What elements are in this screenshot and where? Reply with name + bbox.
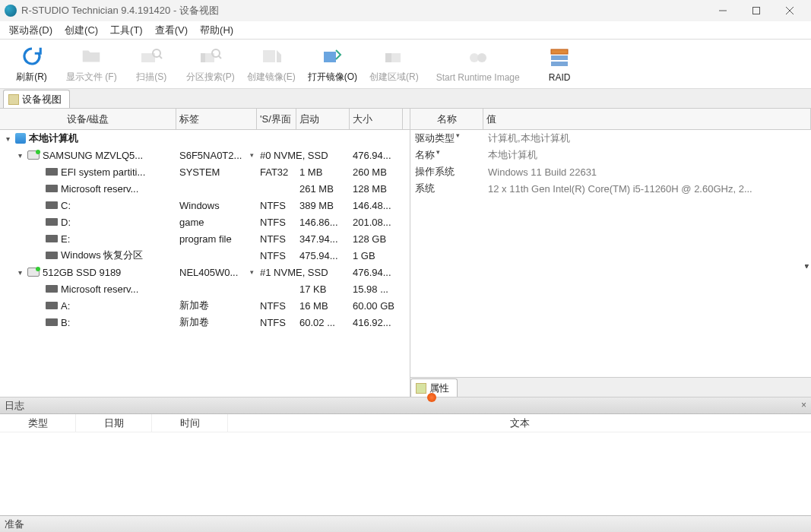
- close-button[interactable]: [773, 0, 806, 21]
- device-view-tab-icon: [8, 94, 19, 105]
- col-prop-value[interactable]: 值: [483, 109, 811, 129]
- tree-partition[interactable]: Microsoft reserv...▾ 17 KB 15.98 ...: [0, 280, 410, 297]
- partition-search-icon: [198, 44, 223, 68]
- volume-icon: [46, 201, 58, 209]
- svg-rect-13: [551, 55, 568, 60]
- disk-icon: [27, 268, 40, 277]
- menu-drive[interactable]: 驱动器(D): [3, 22, 59, 39]
- property-row[interactable]: 操作系统 Windows 11 Build 22631: [410, 163, 811, 180]
- tree-partition[interactable]: Microsoft reserv...▾ 261 MB 128 MB: [0, 180, 410, 197]
- properties-tab-strip: 属性: [410, 377, 811, 397]
- svg-rect-6: [263, 50, 275, 62]
- tree-partition[interactable]: A:▾ 新加卷 NTFS 16 MB 60.00 GB: [0, 297, 410, 314]
- tab-label: 设备视图: [22, 93, 62, 106]
- log-col-date[interactable]: 日期: [76, 414, 152, 432]
- toolbar: 刷新(R) 显示文件 (F) 扫描(S) 分区搜索(P) 创建镜像(E) 打开镜…: [0, 40, 811, 89]
- tree-partition[interactable]: EFI system partiti...▾ SYSTEM FAT32 1 MB…: [0, 163, 410, 180]
- refresh-button[interactable]: 刷新(R): [3, 43, 60, 85]
- log-col-text[interactable]: 文本: [228, 414, 811, 432]
- properties-panel: 名称 值 驱动类型▾ 计算机,本地计算机 名称▾ 本地计算机 操作系统 Wind…: [410, 109, 811, 397]
- col-start[interactable]: 启动: [296, 109, 350, 129]
- svg-rect-7: [324, 52, 336, 62]
- create-region-button[interactable]: 创建区域(R): [363, 43, 425, 85]
- computer-icon: [15, 133, 26, 144]
- svg-rect-12: [551, 49, 568, 54]
- start-runtime-image-button[interactable]: Start Runtime Image: [425, 44, 531, 84]
- status-bar: 准备: [0, 515, 811, 532]
- col-device[interactable]: 设备/磁盘: [0, 109, 176, 129]
- runtime-icon: [466, 46, 490, 70]
- log-panel: 日志 × 类型 日期 时间 文本: [0, 397, 811, 511]
- open-image-icon: [320, 44, 344, 68]
- open-image-button[interactable]: 打开镜像(O): [302, 43, 363, 85]
- create-image-button[interactable]: 创建镜像(E): [241, 43, 302, 85]
- tab-device-view[interactable]: 设备视图: [3, 90, 70, 108]
- volume-icon: [46, 185, 58, 192]
- tree-disk[interactable]: ▾SAMSUNG MZVLQ5... S6F5NA0T2...▾ #0 NVME…: [0, 147, 410, 163]
- minimize-button[interactable]: [706, 0, 740, 21]
- log-col-time[interactable]: 时间: [152, 414, 228, 432]
- expand-icon[interactable]: ▾: [15, 268, 24, 277]
- dropdown-icon[interactable]: ▾: [456, 131, 460, 139]
- app-icon: [5, 5, 17, 17]
- log-body[interactable]: [0, 432, 811, 511]
- menu-create[interactable]: 创建(C): [59, 22, 104, 39]
- tree-partition[interactable]: C:▾ Windows NTFS 389 MB 146.48...: [0, 197, 410, 214]
- col-iface[interactable]: 'S/界面: [257, 109, 296, 129]
- property-row[interactable]: 名称▾ 本地计算机: [410, 147, 811, 163]
- properties-tab-icon: [416, 383, 426, 394]
- create-image-icon: [259, 44, 284, 68]
- property-row[interactable]: 驱动类型▾ 计算机,本地计算机: [410, 130, 811, 147]
- tree-partition[interactable]: D:▾ game NTFS 146.86... 201.08...: [0, 214, 410, 230]
- folder-icon: [79, 44, 103, 68]
- show-files-button[interactable]: 显示文件 (F): [60, 43, 123, 85]
- tree-partition[interactable]: E:▾ program file NTFS 347.94... 128 GB: [0, 230, 410, 247]
- svg-point-11: [477, 53, 486, 62]
- device-tree-panel: 设备/磁盘 标签 'S/界面 启动 大小 ▾本地计算机 ▾SAMSUNG MZV…: [0, 109, 410, 397]
- menu-bar: 驱动器(D) 创建(C) 工具(T) 查看(V) 帮助(H): [0, 21, 811, 40]
- disk-icon: [27, 150, 40, 160]
- scan-icon: [139, 44, 163, 68]
- device-grid-header: 设备/磁盘 标签 'S/界面 启动 大小: [0, 109, 410, 130]
- expand-icon[interactable]: ▾: [15, 151, 24, 160]
- col-label[interactable]: 标签: [176, 109, 257, 129]
- tree-root[interactable]: ▾本地计算机: [0, 130, 410, 147]
- col-prop-name[interactable]: 名称: [410, 109, 483, 129]
- log-col-type[interactable]: 类型: [0, 414, 76, 432]
- close-log-button[interactable]: ×: [801, 400, 806, 410]
- tree-partition[interactable]: B:▾ 新加卷 NTFS 60.02 ... 416.92...: [0, 314, 410, 331]
- col-size[interactable]: 大小: [350, 109, 403, 129]
- create-region-icon: [382, 44, 406, 68]
- volume-icon: [46, 235, 58, 242]
- window-title: R-STUDIO Technician 9.4.191420 - 设备视图: [21, 4, 219, 17]
- dropdown-icon[interactable]: ▾: [436, 148, 440, 156]
- raid-button[interactable]: RAID: [531, 44, 588, 84]
- svg-rect-9: [385, 53, 391, 62]
- raid-icon: [547, 46, 572, 70]
- dropdown-icon[interactable]: ▾: [250, 268, 254, 276]
- refresh-icon: [20, 44, 44, 68]
- volume-icon: [46, 252, 58, 259]
- volume-icon: [46, 302, 58, 309]
- properties-body[interactable]: 驱动类型▾ 计算机,本地计算机 名称▾ 本地计算机 操作系统 Windows 1…: [410, 130, 811, 377]
- volume-icon: [46, 285, 58, 293]
- dropdown-icon[interactable]: ▾: [250, 151, 254, 159]
- expand-icon[interactable]: ▾: [3, 135, 12, 143]
- log-title-bar: 日志 ×: [0, 397, 811, 414]
- scan-button[interactable]: 扫描(S): [123, 43, 180, 85]
- title-bar: R-STUDIO Technician 9.4.191420 - 设备视图: [0, 0, 811, 21]
- property-row[interactable]: 系统 12 x 11th Gen Intel(R) Core(TM) i5-11…: [410, 180, 811, 197]
- menu-help[interactable]: 帮助(H): [194, 22, 239, 39]
- device-tree[interactable]: ▾本地计算机 ▾SAMSUNG MZVLQ5... S6F5NA0T2...▾ …: [0, 130, 410, 397]
- svg-rect-0: [753, 8, 760, 14]
- svg-rect-14: [551, 62, 568, 66]
- menu-view[interactable]: 查看(V): [149, 22, 194, 39]
- menu-tools[interactable]: 工具(T): [104, 22, 149, 39]
- partition-search-button[interactable]: 分区搜索(P): [180, 43, 241, 85]
- record-indicator-icon: [427, 393, 436, 402]
- tree-disk[interactable]: ▾512GB SSD 9189 NEL405W0...▾ #1 NVME, SS…: [0, 264, 410, 280]
- tree-partition[interactable]: Windows 恢复分区▾ NTFS 475.94... 1 GB: [0, 247, 410, 264]
- maximize-button[interactable]: [740, 0, 773, 21]
- volume-icon: [46, 168, 58, 176]
- tab-strip: 设备视图: [0, 89, 811, 109]
